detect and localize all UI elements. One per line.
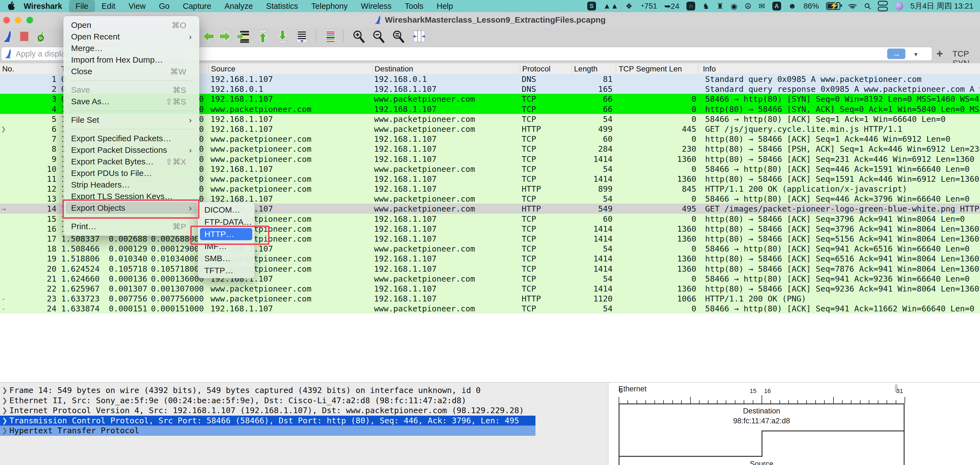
zoom-in-icon[interactable]	[352, 30, 365, 43]
cat-icon[interactable]: ♞	[702, 2, 709, 11]
destination-field-label[interactable]: Destination	[619, 407, 905, 415]
col-header-info[interactable]: Info	[703, 64, 716, 74]
detail-line[interactable]: ❯ Hypertext Transfer Protocol	[0, 425, 535, 436]
col-header-protocol[interactable]: Protocol	[522, 64, 550, 74]
file-menu-item[interactable]: Import from Hex Dump…	[65, 54, 197, 66]
packet-row[interactable]: - 23 1.633723 0.007756 0.007756000 www.p…	[0, 294, 980, 304]
expander-chevron-icon[interactable]: ❯	[0, 427, 10, 435]
menu-go[interactable]: Go	[152, 0, 176, 12]
col-header-source[interactable]: Source	[211, 64, 235, 74]
expander-chevron-icon[interactable]: ❯	[0, 396, 10, 404]
col-header-length[interactable]: Length	[574, 64, 598, 74]
siri-icon[interactable]	[895, 2, 903, 10]
zoom-reset-icon[interactable]	[392, 30, 405, 43]
go-last-icon[interactable]	[276, 30, 289, 43]
col-header-segment-len[interactable]: TCP Segment Len	[619, 64, 682, 74]
s-badge-icon[interactable]: S	[587, 2, 596, 11]
go-back-icon[interactable]	[202, 30, 215, 43]
submenu-item[interactable]: SMB…	[200, 252, 252, 265]
play-circle-icon[interactable]: ◉	[731, 2, 737, 11]
menu-help[interactable]: Help	[430, 0, 460, 12]
detail-line[interactable]: ❯ Ethernet II, Src: Sony_ae:5f:9e (00:24…	[0, 396, 608, 406]
packet-row[interactable]: - 24 1.633874 0.000151 0.000151000 192.1…	[0, 304, 980, 313]
file-menu-item[interactable]	[70, 107, 193, 114]
col-header-no[interactable]: No.	[2, 64, 14, 74]
file-menu-item[interactable]: Save ⌘S	[65, 84, 197, 96]
restart-capture-icon[interactable]	[33, 30, 47, 43]
trefoil-icon[interactable]: ❖	[625, 2, 632, 11]
source-field-label[interactable]: Source	[619, 460, 905, 465]
packet-row[interactable]: 22 1.625967 0.001307 0.001307000 www.pac…	[0, 283, 980, 294]
auto-scroll-icon[interactable]	[295, 30, 309, 43]
input-source-icon[interactable]: A	[772, 2, 781, 11]
file-menu-item[interactable]: Save As… ⇧⌘S	[65, 96, 197, 107]
menu-telephony[interactable]: Telephony	[305, 0, 354, 12]
go-first-icon[interactable]	[256, 30, 269, 43]
detail-line[interactable]: ❯ Transmission Control Protocol, Src Por…	[0, 415, 535, 426]
file-menu-item[interactable]	[70, 126, 193, 133]
file-menu-item[interactable]: Strip Headers…	[65, 179, 197, 190]
file-menu-item[interactable]: Merge…	[65, 43, 197, 54]
wifi-icon[interactable]	[848, 3, 858, 10]
arch-app-icon[interactable]: ∩	[686, 2, 695, 11]
go-forward-icon[interactable]	[218, 30, 232, 43]
col-header-destination[interactable]: Destination	[375, 64, 413, 74]
file-menu-item[interactable]: File Set ›	[65, 114, 197, 126]
packet-diagram-pane[interactable]: Ethernet 0 15 16 31 Destination 98:fc:11…	[608, 382, 980, 465]
expander-chevron-icon[interactable]: ❯	[0, 387, 10, 394]
expander-chevron-icon[interactable]: ❯	[0, 417, 10, 425]
menu-view[interactable]: View	[122, 0, 152, 12]
menu-file[interactable]: File	[69, 0, 95, 12]
menu-analyze[interactable]: Analyze	[218, 0, 259, 12]
file-menu-item[interactable]: Export Packet Dissections ›	[65, 144, 197, 156]
file-menu-item[interactable]: Export Packet Bytes… ⇧⌘X	[65, 156, 197, 168]
apple-icon[interactable]	[7, 1, 16, 11]
speedometer-icon[interactable]: ◔751	[640, 2, 657, 11]
zoom-out-icon[interactable]	[372, 30, 385, 43]
packet-row[interactable]: 21 1.624660 0.000136 0.000136000 192.168…	[0, 273, 980, 283]
menu-wireshark[interactable]: Wireshark	[17, 0, 69, 12]
colorize-icon[interactable]	[324, 30, 337, 43]
start-capture-icon[interactable]	[1, 30, 14, 43]
menu-capture[interactable]: Capture	[176, 0, 218, 12]
apply-dropdown-caret[interactable]: ▾	[914, 51, 918, 58]
bird-count-icon[interactable]: ➥24	[664, 2, 679, 11]
resize-columns-icon[interactable]	[413, 30, 426, 43]
apply-filter-button[interactable]: →	[887, 48, 905, 59]
file-menu-item[interactable]: Print… ⌘P	[65, 221, 197, 232]
ruler-tick	[681, 400, 682, 404]
submenu-item[interactable]: TFTP…	[200, 265, 252, 276]
file-menu-item[interactable]: Close ⌘W	[65, 66, 197, 77]
detail-line[interactable]: ❯ Frame 14: 549 bytes on wire (4392 bits…	[0, 385, 608, 396]
submenu-item[interactable]: DICOM…	[200, 204, 252, 216]
battery-icon[interactable]: ⚡	[826, 2, 840, 10]
add-filter-button[interactable]: +	[937, 48, 943, 60]
go-to-packet-icon[interactable]	[236, 30, 250, 43]
y-circle-icon[interactable]: ☮	[745, 2, 751, 11]
expander-chevron-icon[interactable]: ❯	[0, 406, 10, 414]
cell-protocol: TCP	[522, 94, 536, 104]
file-menu-item[interactable]: Open Recent ›	[65, 31, 197, 43]
spotlight-icon[interactable]: ⚲	[862, 0, 873, 11]
account-icon[interactable]: ☻	[788, 2, 796, 11]
file-menu-item[interactable]	[70, 77, 193, 84]
menu-edit[interactable]: Edit	[95, 0, 122, 12]
chat-bubbles-icon[interactable]: ✉	[759, 2, 765, 11]
file-menu-item[interactable]: Export PDUs to File…	[65, 168, 197, 179]
mountains-icon[interactable]: ▲▲	[603, 2, 618, 11]
file-menu-item[interactable]: Open ⌘O	[65, 19, 197, 31]
packet-row[interactable]: 18 1.508466 0.000129 0.000129000 192.168…	[0, 243, 980, 254]
menu-wireless[interactable]: Wireless	[354, 0, 398, 12]
menu-statistics[interactable]: Statistics	[259, 0, 305, 12]
stop-capture-icon[interactable]	[18, 30, 31, 43]
packet-details-pane[interactable]: ❯ Frame 14: 549 bytes on wire (4392 bits…	[0, 382, 608, 465]
bird-icon[interactable]: ♜	[717, 2, 724, 11]
control-center-icon[interactable]	[878, 1, 888, 11]
packet-row[interactable]: 19 1.518806 0.010340 0.010340000 www.pac…	[0, 254, 980, 264]
packet-row[interactable]: 20 1.624524 0.105718 0.105718000 www.pac…	[0, 264, 980, 273]
menu-tools[interactable]: Tools	[398, 0, 430, 12]
filter-bookmark-icon[interactable]	[4, 49, 13, 59]
detail-line[interactable]: ❯ Internet Protocol Version 4, Src: 192.…	[0, 406, 608, 415]
menu-bar-clock[interactable]: 5月4日 周四 13:21	[910, 1, 974, 11]
file-menu-item[interactable]: Export Specified Packets…	[65, 133, 197, 144]
